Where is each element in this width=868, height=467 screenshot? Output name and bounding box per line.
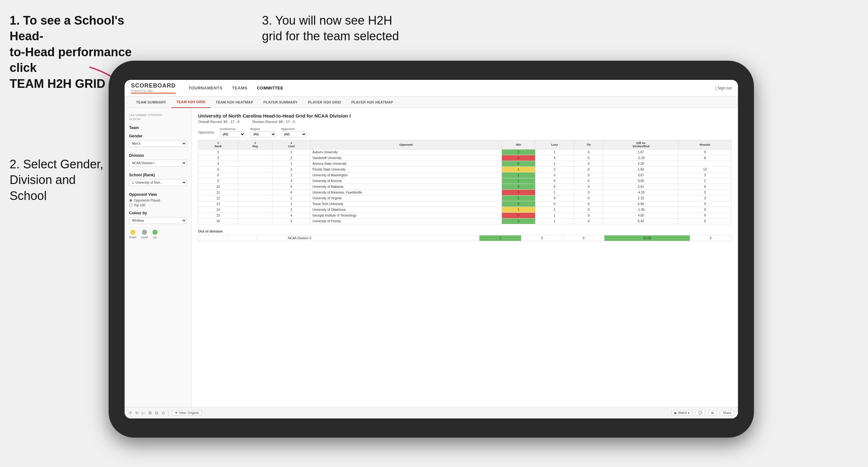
bottom-toolbar: ↺ ↻ ▷ ⊞ ⊟ ⊙ 👁 View: Original ▶ Watch ▾ 💬…	[125, 407, 738, 418]
school-select[interactable]: 1. University of Nort...	[129, 179, 187, 186]
cell-conf: 1	[272, 201, 310, 207]
cell-rounds: 8	[679, 155, 732, 161]
cell-conf: 2	[272, 173, 310, 178]
subnav-team-h2h-grid[interactable]: TEAM H2H GRID	[171, 96, 211, 108]
redo-icon[interactable]: ↻	[135, 410, 138, 415]
nav-teams[interactable]: TEAMS	[232, 84, 247, 92]
cell-rounds: 8	[679, 184, 732, 190]
ann2-line2: Division and	[9, 173, 76, 187]
cell-diff: 2.61	[603, 184, 679, 190]
ann3-line1: 3. You will now see H2H	[262, 14, 392, 27]
sidebar-division-label: Division	[129, 153, 187, 158]
grid-title: University of North Carolina Head-to-Hea…	[198, 113, 732, 119]
cell-loss: 0	[535, 184, 574, 190]
table-row: 11 6 University of Arkansas, Fayettevill…	[198, 190, 732, 195]
cell-rank: 14	[198, 207, 238, 213]
cell-loss: 2	[535, 167, 574, 173]
cell-rounds: 3	[679, 173, 732, 178]
copy-icon[interactable]: ⊞	[148, 410, 152, 415]
division-select[interactable]: NCAA Division I	[129, 160, 187, 166]
subnav-team-summary[interactable]: TEAM SUMMARY	[131, 96, 171, 108]
cell-reg	[238, 184, 272, 190]
subnav-team-h2h-heatmap[interactable]: TEAM H2H HEATMAP	[211, 96, 258, 108]
cell-rank: 6	[198, 167, 238, 173]
table-row: 8 2 University of Washington 1 0 0 3.67 …	[198, 173, 732, 178]
cell-diff: 2.29	[603, 161, 679, 167]
cell-tie: 0	[574, 155, 603, 161]
view-original-btn[interactable]: 👁 View: Original	[172, 410, 202, 415]
cell-rounds: 9	[679, 207, 732, 213]
radio-opponents-played[interactable]: Opponents Played	[129, 199, 187, 202]
cell-rounds: 9	[679, 213, 732, 218]
th-rank: #Rank	[198, 140, 238, 150]
present-btn[interactable]: ⊞	[708, 410, 717, 415]
clock-icon[interactable]: ⊙	[162, 410, 165, 415]
cell-rank: 9	[198, 178, 238, 184]
cell-rank: 13	[198, 201, 238, 207]
od-loss: 0	[521, 236, 563, 241]
cell-tie: 0	[574, 150, 603, 155]
cell-diff: -2.29	[603, 155, 679, 161]
cell-opponent: Vanderbilt University	[311, 155, 502, 161]
cell-conf: 3	[272, 178, 310, 184]
undo-icon[interactable]: ↺	[128, 410, 132, 415]
cell-reg	[238, 201, 272, 207]
share-btn[interactable]: Share	[720, 410, 734, 415]
paste-icon[interactable]: ⊟	[155, 410, 158, 415]
region-select[interactable]: (All)	[250, 131, 276, 137]
cell-loss: 2	[535, 207, 574, 213]
conference-select[interactable]: (All)	[220, 131, 245, 137]
subnav-player-summary[interactable]: PLAYER SUMMARY	[258, 96, 303, 108]
legend-label-up: Up	[153, 236, 157, 239]
sidebar-team-label: Team	[129, 126, 187, 130]
cell-tie: 0	[574, 207, 603, 213]
cell-rounds	[679, 161, 732, 167]
cell-conf: 1	[272, 150, 310, 155]
watch-icon: ▶	[674, 411, 677, 415]
colour-by-select[interactable]: Win/loss	[129, 217, 187, 224]
opponent-select[interactable]: (All)	[281, 131, 307, 137]
sidebar-timestamp: Last Updated: 27/03/2024 16:55:38	[129, 113, 187, 121]
sidebar-opponent-view-label: Opponent View	[129, 192, 187, 197]
watch-btn[interactable]: ▶ Watch ▾	[672, 410, 692, 415]
forward-icon[interactable]: ▷	[142, 410, 145, 415]
cell-reg	[238, 167, 272, 173]
opponent-view-group: Opponents Played Top 100	[129, 199, 187, 207]
cell-reg	[238, 155, 272, 161]
watch-label: Watch	[678, 411, 687, 415]
cell-opponent: Arizona State University	[311, 161, 502, 167]
opponents-label: Opponents:	[198, 131, 215, 134]
subnav-player-h2h-heatmap[interactable]: PLAYER H2H HEATMAP	[346, 96, 398, 108]
cell-opponent: University of Arkansas, Fayetteville	[311, 190, 502, 195]
tablet-frame: SCOREBOARD Powered by clippi TOURNAMENTS…	[108, 61, 754, 438]
table-row: 2 1 Auburn University 2 1 0 1.67 9	[198, 150, 732, 155]
cell-rounds: 9	[679, 150, 732, 155]
table-row: 15 4 Georgia Institute of Technology 0 1…	[198, 213, 732, 218]
od-diff: 26.00	[604, 236, 690, 241]
cell-opponent: University of Washington	[311, 173, 502, 178]
nav-tournaments[interactable]: TOURNAMENTS	[188, 84, 222, 92]
legend-label-down: Down	[129, 236, 136, 239]
division-record: Division Record: 88 - 17 - 0	[252, 120, 295, 124]
cell-conf: 4	[272, 213, 310, 218]
cell-loss: 0	[535, 173, 574, 178]
cell-reg	[238, 150, 272, 155]
cell-diff: 4.50	[603, 213, 679, 218]
radio-top-100[interactable]: Top 100	[129, 204, 187, 207]
legend-dot-level	[142, 230, 147, 235]
th-opponent: Opponent	[311, 140, 502, 150]
sign-out[interactable]: | Sign out	[716, 86, 732, 90]
nav-committee[interactable]: COMMITTEE	[257, 84, 283, 92]
subnav-player-h2h-grid[interactable]: PLAYER H2H GRID	[303, 96, 346, 108]
comment-btn[interactable]: 💬	[695, 410, 705, 415]
cell-win: 1	[502, 207, 535, 213]
cell-opponent: Georgia Institute of Technology	[311, 213, 502, 218]
radio-dot-top100	[129, 204, 132, 207]
cell-diff: 1.67	[603, 150, 679, 155]
cell-win: 0	[502, 155, 535, 161]
sub-navbar: TEAM SUMMARY TEAM H2H GRID TEAM H2H HEAT…	[125, 96, 738, 108]
cell-diff: 6.42	[603, 218, 679, 224]
h2h-table: #Rank #Reg #Conf Opponent Win Loss Tie D…	[198, 140, 732, 224]
gender-select[interactable]: Men's	[129, 140, 187, 147]
tablet-screen: SCOREBOARD Powered by clippi TOURNAMENTS…	[125, 80, 738, 418]
